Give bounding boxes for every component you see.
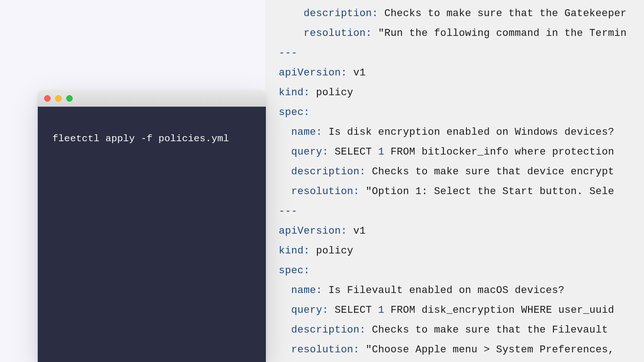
- yaml-separator: ---: [279, 206, 298, 217]
- yaml-code-panel: description: Checks to make sure that th…: [265, 0, 644, 362]
- yaml-line: description: Checks to make sure that de…: [279, 166, 614, 178]
- yaml-line: resolution: "Option 1: Select the Start …: [279, 186, 614, 197]
- yaml-line: resolution: "Choose Apple menu > System …: [279, 344, 614, 356]
- terminal-body[interactable]: fleetctl apply -f policies.yml: [38, 107, 266, 362]
- yaml-line: kind: policy: [279, 245, 353, 257]
- yaml-line: spec:: [279, 107, 310, 118]
- yaml-line: query: SELECT 1 FROM disk_encryption WHE…: [279, 305, 614, 316]
- yaml-line: apiVersion: v1: [279, 225, 366, 237]
- yaml-line: kind: policy: [279, 87, 353, 98]
- yaml-line: description: Checks to make sure that th…: [279, 8, 627, 19]
- yaml-line: description: Checks to make sure that th…: [279, 324, 614, 336]
- yaml-line: query: SELECT 1 FROM bitlocker_info wher…: [279, 146, 614, 158]
- terminal-titlebar: [38, 90, 266, 107]
- yaml-line: resolution: "Run the following command i…: [279, 28, 627, 39]
- yaml-line: apiVersion: v1: [279, 67, 366, 79]
- yaml-line: name: Is Filevault enabled on macOS devi…: [279, 285, 564, 296]
- maximize-icon[interactable]: [66, 95, 73, 102]
- minimize-icon[interactable]: [55, 95, 62, 102]
- yaml-line: name: Is disk encryption enabled on Wind…: [279, 126, 614, 138]
- terminal-command: fleetctl apply -f policies.yml: [52, 133, 229, 144]
- yaml-separator: ---: [279, 47, 298, 59]
- yaml-line: spec:: [279, 265, 310, 276]
- close-icon[interactable]: [44, 95, 51, 102]
- terminal-window: fleetctl apply -f policies.yml: [38, 90, 266, 362]
